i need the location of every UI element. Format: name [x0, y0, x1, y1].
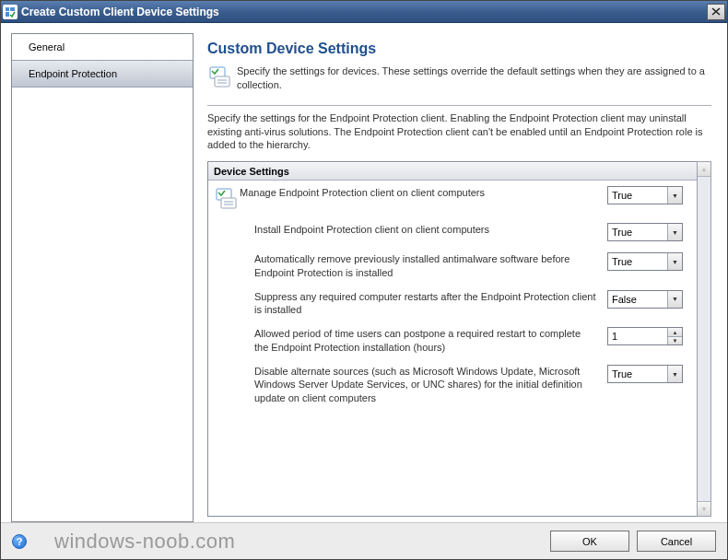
- cancel-button[interactable]: Cancel: [637, 531, 716, 552]
- setting-label: Suppress any required computer restarts …: [254, 290, 607, 317]
- chevron-down-icon: ▼: [667, 187, 682, 204]
- scroll-up-icon[interactable]: ▲: [698, 162, 710, 177]
- content-area: General Endpoint Protection Custom Devic…: [1, 23, 727, 522]
- svg-rect-1: [6, 7, 9, 11]
- svg-rect-3: [6, 12, 9, 17]
- setting-label: Manage Endpoint Protection client on cli…: [240, 186, 607, 199]
- settings-row-icon: [214, 186, 240, 212]
- combo-manage-ep[interactable]: True ▼: [607, 186, 683, 204]
- setting-row-disable-alt-sources: Disable alternate sources (such as Micro…: [208, 359, 697, 410]
- svg-rect-7: [215, 76, 229, 87]
- scroll-track[interactable]: [698, 177, 710, 501]
- combo-auto-remove[interactable]: True ▼: [607, 252, 683, 271]
- setting-row-manage-ep: Manage Endpoint Protection client on cli…: [208, 181, 697, 217]
- setting-label: Automatically remove previously installe…: [254, 252, 607, 279]
- svg-rect-2: [10, 7, 15, 11]
- spin-down-icon[interactable]: ▼: [668, 337, 682, 345]
- settings-container: Device Settings: [207, 161, 711, 517]
- combo-value: True: [608, 190, 667, 201]
- settings-body: Device Settings: [207, 161, 697, 517]
- chevron-down-icon: ▼: [667, 224, 682, 240]
- intro-row: Specify the settings for devices. These …: [207, 64, 711, 92]
- chevron-down-icon: ▼: [667, 253, 682, 270]
- setting-row-suppress-restart: Suppress any required computer restarts …: [208, 285, 697, 322]
- settings-table: Manage Endpoint Protection client on cli…: [208, 181, 697, 410]
- help-icon[interactable]: ?: [12, 534, 27, 549]
- setting-row-install-ep: Install Endpoint Protection client on cl…: [208, 217, 697, 247]
- spin-up-icon[interactable]: ▲: [668, 328, 682, 337]
- description-text: Specify the settings for the Endpoint Pr…: [207, 111, 711, 153]
- combo-value: True: [608, 256, 667, 267]
- ok-button[interactable]: OK: [550, 531, 629, 552]
- app-icon: [3, 5, 18, 19]
- vertical-scrollbar[interactable]: ▲ ▼: [697, 161, 711, 517]
- nav-item-general[interactable]: General: [12, 34, 193, 60]
- chevron-down-icon: ▼: [667, 366, 682, 382]
- titlebar: Create Custom Client Device Settings: [1, 1, 727, 23]
- setting-label: Allowed period of time users can postpon…: [254, 327, 607, 354]
- combo-suppress-restart[interactable]: False ▼: [607, 290, 683, 309]
- close-button[interactable]: [707, 4, 725, 20]
- footer: ? windows-noob.com OK Cancel: [1, 522, 727, 559]
- scroll-down-icon[interactable]: ▼: [698, 501, 710, 516]
- intro-text: Specify the settings for devices. These …: [237, 64, 711, 92]
- watermark: windows-noob.com: [54, 530, 235, 553]
- svg-rect-11: [221, 198, 236, 208]
- combo-value: True: [608, 368, 667, 379]
- combo-value: True: [608, 227, 667, 238]
- combo-value: False: [608, 294, 667, 305]
- setting-row-postpone-hours: Allowed period of time users can postpon…: [208, 321, 697, 359]
- combo-install-ep[interactable]: True ▼: [607, 223, 683, 241]
- settings-icon: [207, 64, 231, 88]
- combo-disable-alt-sources[interactable]: True ▼: [607, 365, 683, 383]
- main-panel: Custom Device Settings Specify the setti…: [204, 33, 717, 522]
- setting-label: Disable alternate sources (such as Micro…: [254, 365, 607, 404]
- page-title: Custom Device Settings: [207, 41, 711, 57]
- nav-item-endpoint-protection[interactable]: Endpoint Protection: [12, 60, 193, 88]
- setting-row-auto-remove: Automatically remove previously installe…: [208, 247, 697, 285]
- setting-label: Install Endpoint Protection client on cl…: [254, 223, 607, 236]
- window-title: Create Custom Client Device Settings: [21, 6, 707, 18]
- nav-panel: General Endpoint Protection: [11, 33, 194, 522]
- divider: [207, 105, 711, 106]
- section-header: Device Settings: [208, 162, 697, 181]
- spin-postpone-hours[interactable]: 1 ▲ ▼: [607, 327, 683, 345]
- spin-value: 1: [608, 331, 667, 342]
- spin-buttons: ▲ ▼: [667, 328, 682, 344]
- chevron-down-icon: ▼: [667, 291, 682, 308]
